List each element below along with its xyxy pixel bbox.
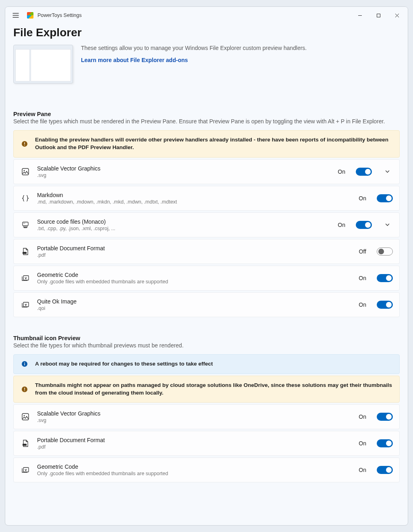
pdf-icon	[21, 247, 30, 256]
expand-svg-preview[interactable]	[382, 169, 393, 174]
image-icon	[21, 412, 30, 421]
hero-text: These settings allow you to manage your …	[81, 45, 307, 83]
svg-rect-0	[377, 14, 380, 17]
toggle-gcode-preview[interactable]	[377, 274, 393, 282]
preview-warning-banner: Enabling the preview handlers will overr…	[13, 130, 400, 158]
learn-more-link[interactable]: Learn more about File Explorer add-ons	[81, 57, 188, 63]
svg-point-8	[25, 223, 25, 224]
intro-text: These settings allow you to manage your …	[81, 45, 307, 51]
svg-rect-4	[22, 168, 29, 175]
warning-icon	[21, 140, 28, 147]
toggle-monaco-preview[interactable]	[356, 221, 372, 229]
toggle-qoi-preview[interactable]	[377, 301, 393, 309]
svg-rect-20	[23, 444, 27, 446]
thumb-section-title: Thumbnail icon Preview	[13, 335, 400, 341]
braces-icon	[21, 194, 30, 203]
preview-section-desc: Select the file types which must be rend…	[13, 118, 400, 125]
qoi-icon	[21, 300, 30, 309]
toggle-svg-preview[interactable]	[356, 168, 372, 176]
hero-thumbnail	[13, 45, 73, 83]
toggle-gcode-thumb[interactable]	[377, 466, 393, 474]
thumb-section-desc: Select the file types for which thumbnai…	[13, 342, 400, 349]
svg-rect-11	[23, 302, 29, 307]
hero: These settings allow you to manage your …	[13, 45, 400, 83]
toggle-state-label: Off	[359, 248, 366, 255]
svg-rect-16	[24, 388, 25, 390]
row-qoi-preview: Quite Ok Image .qoi On	[13, 292, 400, 317]
thumb-warning-text: Thumbnails might not appear on paths man…	[35, 382, 393, 397]
row-subtitle: .svg	[37, 172, 330, 178]
toggle-state-label: On	[359, 467, 366, 473]
svg-point-19	[24, 416, 25, 417]
svg-rect-10	[23, 276, 29, 280]
svg-rect-3	[24, 145, 25, 145]
svg-rect-21	[23, 468, 29, 472]
row-title: Scalable Vector Graphics	[37, 410, 351, 417]
row-subtitle: .qoi	[37, 305, 351, 311]
toggle-state-label: On	[359, 301, 366, 308]
svg-rect-6	[23, 222, 28, 226]
maximize-button[interactable]	[369, 9, 388, 22]
row-title: Geometric Code	[37, 463, 351, 470]
warning-icon	[21, 386, 28, 393]
info-icon	[21, 361, 28, 368]
row-title: Source code files (Monaco)	[37, 218, 330, 225]
toggle-state-label: On	[359, 275, 366, 281]
code-icon	[21, 220, 30, 229]
row-svg-thumb: Scalable Vector Graphics .svg On	[13, 404, 400, 429]
row-subtitle: .txt, .cpp, .py, .json, .xml, .csproj, .…	[37, 226, 330, 231]
row-subtitle: .md, .markdown, .mdown, .mkdn, .mkd, .md…	[37, 199, 351, 205]
toggle-state-label: On	[359, 440, 366, 447]
thumb-warning-banner: Thumbnails might not appear on paths man…	[13, 376, 400, 403]
toggle-state-label: On	[338, 222, 345, 228]
svg-rect-17	[24, 390, 25, 391]
window-controls	[351, 9, 406, 22]
toggle-svg-thumb[interactable]	[377, 413, 393, 421]
row-title: Portable Document Format	[37, 437, 351, 443]
row-title: Scalable Vector Graphics	[37, 165, 330, 172]
svg-rect-9	[23, 252, 27, 254]
page-title: File Explorer	[13, 26, 400, 39]
thumb-info-banner: A reboot may be required for changes to …	[13, 354, 400, 374]
app-title: PowerToys Settings	[37, 12, 82, 18]
svg-point-7	[23, 223, 24, 224]
row-subtitle: Only .gcode files with embedded thumbnai…	[37, 279, 351, 285]
close-button[interactable]	[388, 9, 406, 22]
page-content: File Explorer These settings allow you t…	[5, 24, 408, 492]
toggle-state-label: On	[359, 195, 366, 202]
toggle-pdf-thumb[interactable]	[377, 439, 393, 447]
preview-warning-text: Enabling the preview handlers will overr…	[35, 136, 393, 152]
row-svg-preview: Scalable Vector Graphics .svg On	[13, 159, 400, 184]
row-subtitle: .pdf	[37, 252, 352, 258]
toggle-state-label: On	[338, 168, 345, 175]
row-title: Portable Document Format	[37, 245, 352, 251]
row-subtitle: .pdf	[37, 444, 351, 450]
expand-monaco-preview[interactable]	[382, 222, 393, 227]
svg-rect-18	[22, 414, 29, 420]
row-subtitle: Only .gcode files with embedded thumbnai…	[37, 471, 351, 476]
menu-button[interactable]	[9, 9, 22, 22]
svg-rect-13	[24, 364, 25, 366]
row-subtitle: .svg	[37, 418, 351, 423]
thumb-info-text: A reboot may be required for changes to …	[35, 360, 213, 368]
titlebar: PowerToys Settings	[5, 7, 408, 24]
svg-rect-14	[24, 362, 25, 363]
svg-point-5	[24, 170, 25, 171]
app-window: PowerToys Settings File Explorer These s…	[5, 6, 408, 526]
row-monaco-preview: Source code files (Monaco) .txt, .cpp, .…	[13, 212, 400, 237]
row-markdown-preview: Markdown .md, .markdown, .mdown, .mkdn, …	[13, 186, 400, 211]
row-gcode-preview: Geometric Code Only .gcode files with em…	[13, 266, 400, 291]
minimize-button[interactable]	[351, 9, 369, 22]
toggle-markdown-preview[interactable]	[377, 194, 393, 202]
row-title: Geometric Code	[37, 272, 351, 278]
app-icon	[27, 12, 33, 19]
row-title: Quite Ok Image	[37, 298, 351, 305]
row-gcode-thumb: Geometric Code Only .gcode files with em…	[13, 457, 400, 482]
row-title: Markdown	[37, 192, 351, 198]
toggle-state-label: On	[359, 414, 366, 420]
row-pdf-preview: Portable Document Format .pdf Off	[13, 239, 400, 264]
row-pdf-thumb: Portable Document Format .pdf On	[13, 431, 400, 456]
image-icon	[21, 167, 30, 176]
preview-section-title: Preview Pane	[13, 111, 400, 117]
toggle-pdf-preview[interactable]	[377, 247, 393, 256]
